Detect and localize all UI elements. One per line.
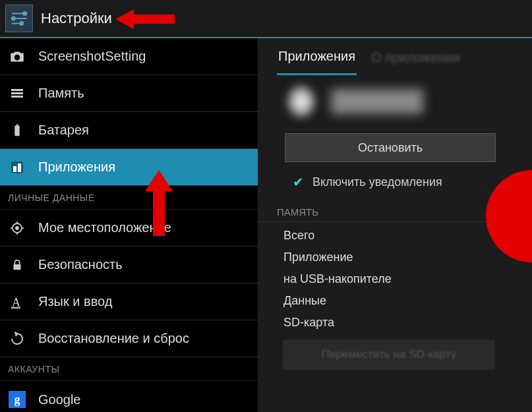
check-icon: ✔ bbox=[293, 177, 305, 189]
section-header-accounts: АККАУНТЫ bbox=[0, 357, 258, 381]
notifications-checkbox-row[interactable]: ✔ Включить уведомления bbox=[258, 171, 532, 201]
svg-rect-21 bbox=[14, 264, 21, 270]
google-icon: g bbox=[8, 390, 26, 409]
svg-rect-13 bbox=[13, 166, 16, 172]
sidebar-item-label: Google bbox=[38, 392, 81, 407]
sidebar-item-security[interactable]: Безопасность bbox=[0, 247, 258, 283]
location-icon bbox=[8, 219, 26, 237]
sidebar-item-storage[interactable]: Память bbox=[0, 75, 258, 112]
app-name-blurred bbox=[331, 89, 423, 114]
sidebar-item-language[interactable]: A Язык и ввод bbox=[0, 283, 258, 320]
app-header: Настройки bbox=[0, 0, 532, 38]
lock-icon bbox=[8, 256, 26, 274]
sidebar-item-screenshot[interactable]: ScreenshotSetting bbox=[0, 38, 258, 75]
svg-rect-11 bbox=[16, 124, 18, 125]
sidebar-item-label: Батарея bbox=[38, 123, 89, 138]
sidebar-item-label: Язык и ввод bbox=[38, 294, 112, 309]
sidebar-item-reset[interactable]: Восстановление и сброс bbox=[0, 320, 258, 357]
settings-icon bbox=[5, 5, 33, 32]
memory-row-data: Данные bbox=[258, 290, 532, 312]
tab-apps[interactable]: Приложения bbox=[277, 49, 357, 75]
svg-rect-9 bbox=[11, 96, 23, 98]
camera-icon bbox=[8, 47, 26, 66]
storage-icon bbox=[8, 84, 26, 103]
svg-rect-7 bbox=[11, 89, 23, 91]
svg-rect-8 bbox=[11, 92, 23, 94]
app-icon bbox=[285, 83, 318, 120]
sidebar-item-label: Мое местоположение bbox=[38, 220, 171, 235]
svg-point-5 bbox=[20, 22, 23, 25]
sidebar-item-google[interactable]: g Google bbox=[0, 381, 258, 412]
sidebar-item-label: Безопасность bbox=[38, 257, 123, 272]
apps-icon bbox=[8, 158, 26, 177]
memory-section-header: ПАМЯТЬ bbox=[258, 201, 532, 222]
svg-point-16 bbox=[16, 227, 18, 229]
notifications-label: Включить уведомления bbox=[312, 175, 442, 189]
reset-icon bbox=[8, 330, 26, 348]
memory-row-app: Приложение bbox=[258, 247, 532, 268]
svg-rect-14 bbox=[18, 163, 21, 172]
memory-row-sd: SD-карта bbox=[258, 312, 532, 334]
tab-about-app[interactable]: О приложении bbox=[370, 50, 461, 65]
detail-tabs: Приложения О приложении bbox=[258, 38, 532, 76]
svg-point-1 bbox=[23, 12, 26, 15]
sidebar-item-label: ScreenshotSetting bbox=[38, 49, 146, 64]
app-info-row bbox=[258, 76, 532, 131]
detail-pane: Приложения О приложении Остановить ✔ Вкл… bbox=[258, 38, 532, 412]
page-title: Настройки bbox=[41, 10, 112, 27]
sidebar-item-location[interactable]: Мое местоположение bbox=[0, 210, 258, 247]
sidebar-item-apps[interactable]: Приложения bbox=[0, 149, 258, 186]
memory-row-usb: на USB-накопителе bbox=[258, 268, 532, 290]
annotation-arrow-header bbox=[115, 8, 175, 30]
svg-rect-12 bbox=[11, 162, 23, 173]
sidebar-item-label: Восстановление и сброс bbox=[38, 331, 189, 346]
section-header-personal: ЛИЧНЫЕ ДАННЫЕ bbox=[0, 186, 258, 210]
main-container: ScreenshotSetting Память Батарея Приложе… bbox=[0, 38, 532, 412]
svg-marker-6 bbox=[115, 9, 175, 29]
sidebar-item-label: Память bbox=[38, 86, 84, 101]
svg-point-3 bbox=[12, 17, 15, 20]
language-icon: A bbox=[8, 293, 26, 311]
battery-icon bbox=[8, 121, 26, 140]
move-to-sd-button: Переместить на SD-карту bbox=[283, 340, 494, 369]
svg-rect-10 bbox=[15, 125, 19, 136]
memory-row-total: Всего bbox=[258, 225, 532, 247]
settings-sidebar: ScreenshotSetting Память Батарея Приложе… bbox=[0, 38, 258, 412]
sidebar-item-label: Приложения bbox=[38, 160, 115, 175]
svg-rect-23 bbox=[11, 307, 20, 309]
sidebar-item-battery[interactable]: Батарея bbox=[0, 112, 258, 149]
stop-button[interactable]: Остановить bbox=[285, 133, 496, 162]
